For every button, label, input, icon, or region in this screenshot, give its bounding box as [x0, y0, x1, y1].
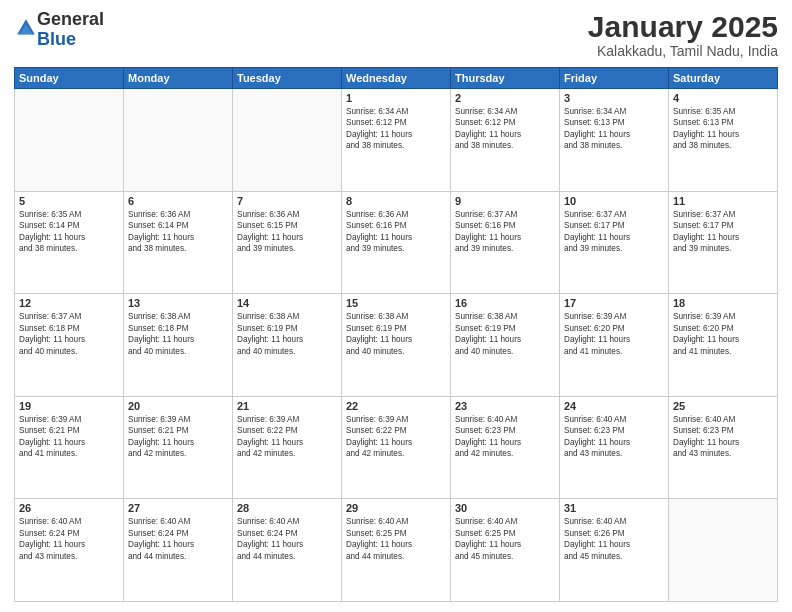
calendar-cell — [124, 89, 233, 192]
day-info: Sunrise: 6:39 AMSunset: 6:22 PMDaylight:… — [346, 414, 446, 460]
day-info: Sunrise: 6:40 AMSunset: 6:24 PMDaylight:… — [128, 516, 228, 562]
title-block: January 2025 Kalakkadu, Tamil Nadu, Indi… — [588, 10, 778, 59]
calendar-cell: 8Sunrise: 6:36 AMSunset: 6:16 PMDaylight… — [342, 191, 451, 294]
calendar-cell: 28Sunrise: 6:40 AMSunset: 6:24 PMDayligh… — [233, 499, 342, 602]
calendar-cell: 21Sunrise: 6:39 AMSunset: 6:22 PMDayligh… — [233, 396, 342, 499]
day-info: Sunrise: 6:39 AMSunset: 6:22 PMDaylight:… — [237, 414, 337, 460]
day-info: Sunrise: 6:37 AMSunset: 6:16 PMDaylight:… — [455, 209, 555, 255]
day-number: 12 — [19, 297, 119, 309]
header: General Blue January 2025 Kalakkadu, Tam… — [14, 10, 778, 59]
day-number: 8 — [346, 195, 446, 207]
calendar-cell: 11Sunrise: 6:37 AMSunset: 6:17 PMDayligh… — [669, 191, 778, 294]
day-number: 10 — [564, 195, 664, 207]
calendar-cell — [15, 89, 124, 192]
header-row: Sunday Monday Tuesday Wednesday Thursday… — [15, 68, 778, 89]
day-info: Sunrise: 6:37 AMSunset: 6:17 PMDaylight:… — [673, 209, 773, 255]
calendar-cell: 6Sunrise: 6:36 AMSunset: 6:14 PMDaylight… — [124, 191, 233, 294]
day-number: 5 — [19, 195, 119, 207]
calendar-cell: 9Sunrise: 6:37 AMSunset: 6:16 PMDaylight… — [451, 191, 560, 294]
day-info: Sunrise: 6:40 AMSunset: 6:25 PMDaylight:… — [455, 516, 555, 562]
calendar-cell: 20Sunrise: 6:39 AMSunset: 6:21 PMDayligh… — [124, 396, 233, 499]
day-number: 2 — [455, 92, 555, 104]
day-info: Sunrise: 6:38 AMSunset: 6:19 PMDaylight:… — [346, 311, 446, 357]
day-number: 14 — [237, 297, 337, 309]
calendar-cell: 31Sunrise: 6:40 AMSunset: 6:26 PMDayligh… — [560, 499, 669, 602]
calendar-table: Sunday Monday Tuesday Wednesday Thursday… — [14, 67, 778, 602]
day-info: Sunrise: 6:38 AMSunset: 6:19 PMDaylight:… — [237, 311, 337, 357]
day-info: Sunrise: 6:39 AMSunset: 6:21 PMDaylight:… — [128, 414, 228, 460]
day-info: Sunrise: 6:38 AMSunset: 6:19 PMDaylight:… — [455, 311, 555, 357]
calendar-cell: 14Sunrise: 6:38 AMSunset: 6:19 PMDayligh… — [233, 294, 342, 397]
calendar-cell: 3Sunrise: 6:34 AMSunset: 6:13 PMDaylight… — [560, 89, 669, 192]
col-header-wednesday: Wednesday — [342, 68, 451, 89]
day-number: 25 — [673, 400, 773, 412]
calendar-cell: 27Sunrise: 6:40 AMSunset: 6:24 PMDayligh… — [124, 499, 233, 602]
day-info: Sunrise: 6:40 AMSunset: 6:25 PMDaylight:… — [346, 516, 446, 562]
logo-blue-text: Blue — [37, 29, 76, 49]
day-number: 1 — [346, 92, 446, 104]
day-number: 23 — [455, 400, 555, 412]
logo: General Blue — [14, 10, 104, 50]
day-info: Sunrise: 6:39 AMSunset: 6:20 PMDaylight:… — [564, 311, 664, 357]
calendar-title: January 2025 — [588, 10, 778, 43]
calendar-cell: 5Sunrise: 6:35 AMSunset: 6:14 PMDaylight… — [15, 191, 124, 294]
day-number: 20 — [128, 400, 228, 412]
calendar-cell: 13Sunrise: 6:38 AMSunset: 6:18 PMDayligh… — [124, 294, 233, 397]
calendar-cell: 23Sunrise: 6:40 AMSunset: 6:23 PMDayligh… — [451, 396, 560, 499]
day-number: 30 — [455, 502, 555, 514]
day-info: Sunrise: 6:36 AMSunset: 6:16 PMDaylight:… — [346, 209, 446, 255]
day-number: 21 — [237, 400, 337, 412]
col-header-thursday: Thursday — [451, 68, 560, 89]
calendar-cell: 22Sunrise: 6:39 AMSunset: 6:22 PMDayligh… — [342, 396, 451, 499]
day-info: Sunrise: 6:37 AMSunset: 6:17 PMDaylight:… — [564, 209, 664, 255]
calendar-cell — [233, 89, 342, 192]
calendar-cell: 7Sunrise: 6:36 AMSunset: 6:15 PMDaylight… — [233, 191, 342, 294]
day-number: 29 — [346, 502, 446, 514]
day-info: Sunrise: 6:37 AMSunset: 6:18 PMDaylight:… — [19, 311, 119, 357]
day-number: 27 — [128, 502, 228, 514]
day-info: Sunrise: 6:36 AMSunset: 6:14 PMDaylight:… — [128, 209, 228, 255]
day-number: 7 — [237, 195, 337, 207]
day-number: 15 — [346, 297, 446, 309]
day-info: Sunrise: 6:36 AMSunset: 6:15 PMDaylight:… — [237, 209, 337, 255]
calendar-location: Kalakkadu, Tamil Nadu, India — [588, 43, 778, 59]
col-header-monday: Monday — [124, 68, 233, 89]
day-info: Sunrise: 6:34 AMSunset: 6:12 PMDaylight:… — [346, 106, 446, 152]
calendar-cell: 16Sunrise: 6:38 AMSunset: 6:19 PMDayligh… — [451, 294, 560, 397]
day-number: 6 — [128, 195, 228, 207]
calendar-week-1: 1Sunrise: 6:34 AMSunset: 6:12 PMDaylight… — [15, 89, 778, 192]
day-info: Sunrise: 6:35 AMSunset: 6:13 PMDaylight:… — [673, 106, 773, 152]
day-info: Sunrise: 6:38 AMSunset: 6:18 PMDaylight:… — [128, 311, 228, 357]
col-header-saturday: Saturday — [669, 68, 778, 89]
col-header-sunday: Sunday — [15, 68, 124, 89]
day-number: 11 — [673, 195, 773, 207]
day-number: 28 — [237, 502, 337, 514]
calendar-cell: 15Sunrise: 6:38 AMSunset: 6:19 PMDayligh… — [342, 294, 451, 397]
calendar-cell: 24Sunrise: 6:40 AMSunset: 6:23 PMDayligh… — [560, 396, 669, 499]
day-info: Sunrise: 6:40 AMSunset: 6:26 PMDaylight:… — [564, 516, 664, 562]
day-info: Sunrise: 6:40 AMSunset: 6:23 PMDaylight:… — [673, 414, 773, 460]
day-info: Sunrise: 6:39 AMSunset: 6:21 PMDaylight:… — [19, 414, 119, 460]
day-info: Sunrise: 6:40 AMSunset: 6:23 PMDaylight:… — [455, 414, 555, 460]
calendar-cell: 17Sunrise: 6:39 AMSunset: 6:20 PMDayligh… — [560, 294, 669, 397]
calendar-cell: 19Sunrise: 6:39 AMSunset: 6:21 PMDayligh… — [15, 396, 124, 499]
col-header-tuesday: Tuesday — [233, 68, 342, 89]
day-number: 4 — [673, 92, 773, 104]
day-info: Sunrise: 6:35 AMSunset: 6:14 PMDaylight:… — [19, 209, 119, 255]
calendar-week-5: 26Sunrise: 6:40 AMSunset: 6:24 PMDayligh… — [15, 499, 778, 602]
calendar-cell: 30Sunrise: 6:40 AMSunset: 6:25 PMDayligh… — [451, 499, 560, 602]
day-info: Sunrise: 6:40 AMSunset: 6:23 PMDaylight:… — [564, 414, 664, 460]
day-number: 26 — [19, 502, 119, 514]
day-number: 18 — [673, 297, 773, 309]
day-number: 24 — [564, 400, 664, 412]
day-info: Sunrise: 6:34 AMSunset: 6:12 PMDaylight:… — [455, 106, 555, 152]
calendar-cell: 12Sunrise: 6:37 AMSunset: 6:18 PMDayligh… — [15, 294, 124, 397]
col-header-friday: Friday — [560, 68, 669, 89]
logo-general-text: General — [37, 9, 104, 29]
calendar-cell: 29Sunrise: 6:40 AMSunset: 6:25 PMDayligh… — [342, 499, 451, 602]
day-number: 17 — [564, 297, 664, 309]
calendar-cell — [669, 499, 778, 602]
day-number: 22 — [346, 400, 446, 412]
calendar-cell: 1Sunrise: 6:34 AMSunset: 6:12 PMDaylight… — [342, 89, 451, 192]
calendar-cell: 10Sunrise: 6:37 AMSunset: 6:17 PMDayligh… — [560, 191, 669, 294]
